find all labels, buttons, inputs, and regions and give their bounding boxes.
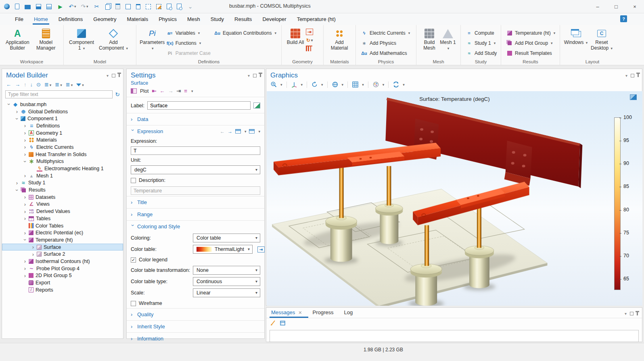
plot-first-icon[interactable]: ⇤ xyxy=(152,88,157,94)
tree-item[interactable]: Mesh 1 xyxy=(2,172,123,179)
menu-tab[interactable]: Materials xyxy=(121,15,153,24)
refresh-filter-icon[interactable]: ↻ xyxy=(115,91,120,98)
panel-menu-icon[interactable]: ▾ xyxy=(248,73,250,78)
tree-item[interactable]: Heat Transfer in Solids xyxy=(2,151,123,158)
tree-expander-icon[interactable] xyxy=(30,244,36,250)
expand-all-icon[interactable]: ≣▾ xyxy=(55,81,62,88)
tree-item[interactable]: Derived Values xyxy=(2,208,123,215)
pin-panel-icon[interactable] xyxy=(260,74,261,77)
unit-select[interactable]: degC xyxy=(131,165,260,174)
delete-icon[interactable] xyxy=(136,4,140,9)
tree-item[interactable]: Export xyxy=(2,279,123,286)
tree-expander-icon[interactable] xyxy=(30,251,36,257)
clear-messages-icon[interactable] xyxy=(270,320,276,328)
tree-item[interactable]: Probe Plot Group 4 xyxy=(2,265,123,272)
plot-window-icon[interactable] xyxy=(630,94,637,100)
image-snapshot-icon[interactable] xyxy=(372,81,379,88)
copy-messages-icon[interactable] xyxy=(280,320,286,328)
forward-icon[interactable]: → xyxy=(15,81,20,88)
model-manager-button[interactable]: Model Manager xyxy=(32,27,61,51)
tree-expander-icon[interactable] xyxy=(22,201,28,207)
open-color-table-icon[interactable]: ⇥ xyxy=(257,246,265,252)
tree-filter-input[interactable] xyxy=(5,90,113,98)
new-file-icon[interactable] xyxy=(15,4,19,9)
select-box-icon[interactable] xyxy=(146,4,151,9)
pin-panel-icon[interactable] xyxy=(637,312,638,315)
tree-expander-icon[interactable] xyxy=(14,116,20,122)
tree-item[interactable]: busbar.mph xyxy=(2,101,123,108)
find-icon[interactable] xyxy=(167,4,171,9)
plot-next-icon[interactable]: → xyxy=(168,88,173,94)
tree-item[interactable]: Electric Currents xyxy=(2,144,123,151)
insert-expression-icon[interactable] xyxy=(249,129,255,134)
minimize-button[interactable]: – xyxy=(588,0,607,13)
pin-panel-icon[interactable] xyxy=(119,74,120,77)
tree-item[interactable]: Component 1 xyxy=(2,115,123,122)
section-range[interactable]: ›Range xyxy=(127,208,264,220)
tree-item[interactable]: Global Definitions xyxy=(2,108,123,115)
functions-button[interactable]: f(x)Functions▾ xyxy=(165,39,212,48)
tree-expander-icon[interactable] xyxy=(22,144,28,150)
tree-item[interactable]: Electric Potential (ec) xyxy=(2,229,123,236)
pin-panel-icon[interactable] xyxy=(638,74,639,77)
tree-expander-icon[interactable] xyxy=(22,230,28,236)
add-mathematics-button[interactable]: ΔuAdd Mathematics xyxy=(359,49,412,58)
save-icon[interactable] xyxy=(36,4,41,9)
panel-menu-icon[interactable]: ▾ xyxy=(625,311,627,316)
reset-desktop-button[interactable]: Reset Desktop ▾ xyxy=(588,27,615,51)
tab-log[interactable]: Log xyxy=(344,309,353,318)
compute-button[interactable]: =Compute xyxy=(464,29,498,38)
tree-item[interactable]: Isothermal Contours (ht) xyxy=(2,258,123,265)
menu-tab[interactable]: Temperature (ht) xyxy=(292,15,341,24)
tree-item[interactable]: Color Tables xyxy=(2,222,123,230)
add-component-button[interactable]: Add Component ▾ xyxy=(96,27,131,51)
tree-expander-icon[interactable] xyxy=(14,109,20,115)
tree-item[interactable]: Study 1 xyxy=(2,179,123,187)
add-plot-group-button[interactable]: Add Plot Group▾ xyxy=(504,39,557,48)
grid-icon[interactable] xyxy=(352,81,359,88)
duplicate-icon[interactable] xyxy=(125,4,131,9)
find-replace-icon[interactable] xyxy=(177,4,182,9)
tree-item[interactable]: Tables xyxy=(2,215,123,222)
expression-input[interactable] xyxy=(131,146,260,155)
tab-messages[interactable]: Messages✕ xyxy=(271,309,302,318)
section-expression[interactable]: ›Expression ← → ▾ ▾ xyxy=(127,125,264,137)
tree-item[interactable]: Surface xyxy=(2,244,123,251)
section-coloring-style[interactable]: ›Coloring and Style xyxy=(127,220,264,232)
graphics-canvas[interactable]: Surface: Temperature (degC) 100959085807… xyxy=(267,91,642,306)
replace-expression-icon[interactable] xyxy=(235,129,241,134)
tree-item[interactable]: 2D Plot Group 5 xyxy=(2,272,123,280)
scene-light-icon[interactable] xyxy=(332,81,339,88)
open-file-icon[interactable] xyxy=(25,5,31,9)
panel-menu-icon[interactable]: ▾ xyxy=(625,73,627,78)
run-icon[interactable]: ▶ xyxy=(57,3,64,10)
variables-button[interactable]: a=Variables▾ xyxy=(165,29,212,38)
tree-item[interactable]: Surface 2 xyxy=(2,250,123,258)
tree-expander-icon[interactable] xyxy=(22,159,28,165)
redo-icon[interactable]: ↷▾ xyxy=(81,3,88,10)
electric-currents-button[interactable]: ϟElectric Currents▾ xyxy=(359,29,412,38)
menu-tab[interactable]: Mesh xyxy=(182,15,205,24)
panel-menu-icon[interactable]: ▾ xyxy=(107,73,109,78)
section-title[interactable]: ›Title xyxy=(127,196,264,208)
study1-button[interactable]: ≈Study 1▾ xyxy=(464,39,498,48)
show-icon[interactable]: ⊙ xyxy=(36,81,41,88)
section-inherit-style[interactable]: ›Inherit Style xyxy=(127,320,264,332)
menu-tab[interactable]: Study xyxy=(205,15,229,24)
menu-tab[interactable]: File xyxy=(10,15,29,24)
help-icon[interactable]: ? xyxy=(620,15,627,22)
build-all-button[interactable]: Build All xyxy=(285,27,306,46)
rename-icon[interactable] xyxy=(253,102,260,109)
mesh1-button[interactable]: Mesh 1 ▾ xyxy=(439,27,457,51)
float-panel-icon[interactable] xyxy=(253,74,257,77)
tree-item[interactable]: Temperature (ht) xyxy=(2,236,123,244)
color-legend-checkbox[interactable]: ✓ xyxy=(131,257,136,263)
paste-icon[interactable] xyxy=(115,4,120,9)
add-material-button[interactable]: Add Material xyxy=(327,27,352,51)
color-table-transformation-select[interactable]: None xyxy=(193,266,260,275)
collapse-all-icon[interactable]: ≣▾ xyxy=(44,81,51,88)
tree-expander-icon[interactable] xyxy=(22,123,28,129)
view-orientation-icon[interactable] xyxy=(291,81,298,88)
messages-output[interactable] xyxy=(270,330,639,342)
coloring-select[interactable]: Color table xyxy=(193,234,260,242)
